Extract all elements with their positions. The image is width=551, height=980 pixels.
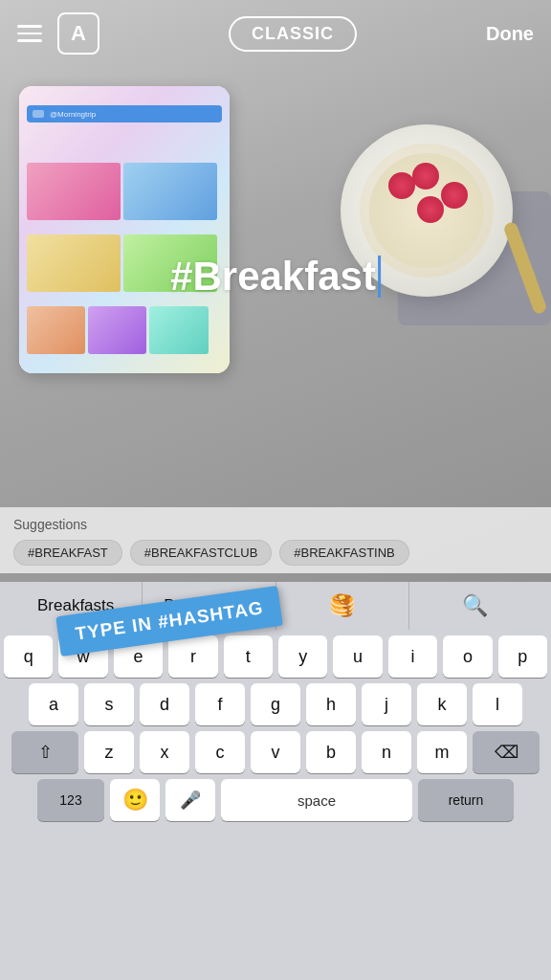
hashtag-content: #Breakfast: [170, 254, 376, 300]
return-key-label: return: [449, 792, 484, 808]
font-button[interactable]: A: [57, 12, 99, 55]
space-key[interactable]: space: [221, 779, 412, 821]
toolbar-left: A: [17, 12, 99, 55]
keyboard-row-3: ⇧ z x c v b n m ⌫: [0, 725, 551, 773]
key-j[interactable]: j: [362, 683, 411, 725]
hashtag-chip-breakfast[interactable]: #BREAKFAST: [13, 540, 122, 566]
key-h[interactable]: h: [306, 683, 356, 725]
key-o[interactable]: o: [443, 635, 492, 678]
key-m[interactable]: m: [417, 731, 467, 773]
key-l[interactable]: l: [473, 683, 522, 725]
key-y[interactable]: y: [278, 635, 327, 678]
autocomplete-pancake-emoji[interactable]: 🥞: [276, 582, 409, 630]
key-d[interactable]: d: [140, 683, 189, 725]
raspberry-3: [417, 196, 444, 223]
key-u[interactable]: u: [333, 635, 382, 678]
key-t[interactable]: t: [224, 635, 273, 678]
tablet-screen: @Morningtrip: [19, 86, 230, 373]
raspberry-2: [441, 182, 468, 209]
toolbar: A CLASSIC Done: [0, 0, 551, 67]
text-cursor: [378, 256, 381, 298]
key-v[interactable]: v: [251, 731, 300, 773]
raspberry-4: [388, 172, 415, 199]
keyboard-row-2: a s d f g h j k l: [0, 678, 551, 725]
classic-style-label: CLASSIC: [252, 24, 334, 43]
hashtag-chip-breakfastclub[interactable]: #BREAKFASTCLUB: [130, 540, 273, 566]
key-f[interactable]: f: [195, 683, 245, 725]
delete-key[interactable]: ⌫: [473, 731, 540, 773]
tablet-image: @Morningtrip: [19, 86, 230, 373]
key-z[interactable]: z: [84, 731, 134, 773]
key-x[interactable]: x: [140, 731, 189, 773]
numbers-key-label: 123: [59, 792, 81, 808]
key-c[interactable]: c: [195, 731, 245, 773]
raspberry-1: [412, 163, 439, 189]
hashtag-chip-breakfastinb[interactable]: #BREAKFASTINB: [279, 540, 408, 566]
keyboard: q w e r t y u i o p a s d f g h j k l ⇧ …: [0, 630, 551, 980]
key-p[interactable]: p: [498, 635, 547, 678]
keyboard-row-4: 123 🙂 🎤 space return: [0, 773, 551, 829]
canvas-area[interactable]: @Morningtrip #B: [0, 0, 551, 584]
font-button-label: A: [71, 23, 86, 44]
key-r[interactable]: r: [168, 635, 217, 678]
autocomplete-search-emoji[interactable]: 🔍: [409, 582, 541, 630]
classic-style-button[interactable]: CLASSIC: [229, 16, 357, 52]
key-a[interactable]: a: [29, 683, 78, 725]
hashtag-chips-container: #BREAKFAST #BREAKFASTCLUB #BREAKFASTINB: [13, 540, 538, 566]
done-button-label: Done: [486, 23, 534, 44]
menu-button[interactable]: [17, 25, 42, 42]
key-g[interactable]: g: [251, 683, 300, 725]
hashtag-text-overlay[interactable]: #Breakfast: [170, 254, 381, 300]
emoji-key[interactable]: 🙂: [110, 779, 160, 821]
key-k[interactable]: k: [417, 683, 467, 725]
shift-key[interactable]: ⇧: [11, 731, 78, 773]
done-button[interactable]: Done: [486, 23, 534, 45]
suggestions-label: Suggestions: [13, 517, 538, 532]
key-s[interactable]: s: [84, 683, 134, 725]
key-q[interactable]: q: [4, 635, 53, 678]
mic-key[interactable]: 🎤: [165, 779, 215, 821]
key-b[interactable]: b: [306, 731, 356, 773]
key-i[interactable]: i: [388, 635, 437, 678]
suggestions-section: Suggestions #BREAKFAST #BREAKFASTCLUB #B…: [0, 507, 551, 573]
space-key-label: space: [298, 792, 336, 809]
return-key[interactable]: return: [418, 779, 514, 821]
numbers-key[interactable]: 123: [37, 779, 104, 821]
key-n[interactable]: n: [362, 731, 411, 773]
